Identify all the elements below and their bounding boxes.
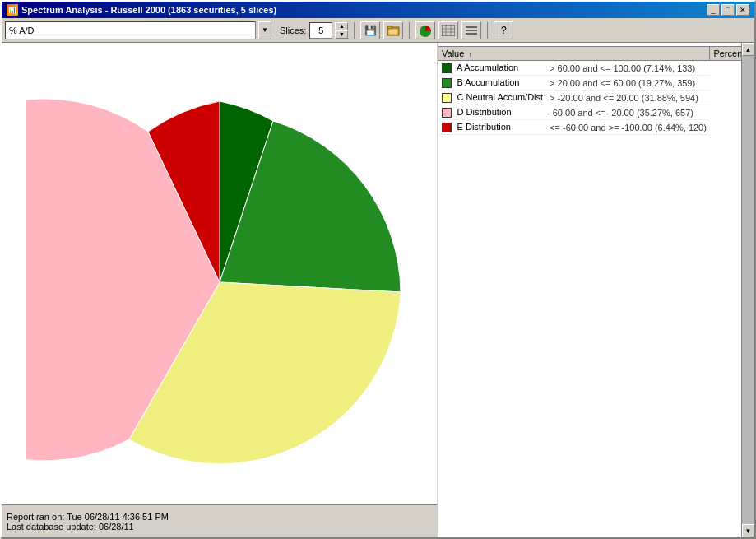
legend-table: Value ↑ Percent A Accumulation > 60.00 a… xyxy=(438,46,749,135)
scroll-down-button[interactable]: ▼ xyxy=(742,524,754,537)
sort-icon[interactable]: ↑ xyxy=(468,50,472,58)
scroll-track[interactable] xyxy=(742,56,754,524)
title-buttons: _ □ ✕ xyxy=(707,4,749,16)
dropdown-arrow[interactable]: ▼ xyxy=(258,21,271,39)
legend-color-cell: D Distribution xyxy=(438,105,547,120)
legend-row: B Accumulation > 20.00 and <= 60.00 (19.… xyxy=(438,76,749,91)
legend-color-box xyxy=(442,78,452,88)
status-line2: Last database update: 06/28/11 xyxy=(7,522,432,532)
pie-chart-container xyxy=(18,56,421,492)
scroll-up-button[interactable]: ▲ xyxy=(742,43,754,56)
legend-color-cell: C Neutral Accum/Dist xyxy=(438,91,547,105)
legend-row: D Distribution -60.00 and <= -20.00 (35.… xyxy=(438,105,749,120)
pie-chart-button[interactable] xyxy=(415,21,435,39)
dropdown-value: % A/D xyxy=(9,26,35,35)
right-panel: Value ↑ Percent A Accumulation > 60.00 a… xyxy=(437,43,741,537)
toolbar-separator-3 xyxy=(487,22,488,39)
legend-color-cell: A Accumulation xyxy=(438,61,547,76)
legend-color-box xyxy=(442,123,452,132)
svg-rect-2 xyxy=(388,29,398,35)
status-line1: Report ran on: Tue 06/28/11 4:36:51 PM xyxy=(7,512,432,522)
spin-up-button[interactable]: ▲ xyxy=(335,22,348,30)
spin-down-button[interactable]: ▼ xyxy=(335,30,348,39)
legend-label: E Distribution xyxy=(457,122,511,132)
slices-input[interactable]: 5 xyxy=(309,22,332,39)
metric-dropdown[interactable]: % A/D xyxy=(5,21,256,39)
maximize-button[interactable]: □ xyxy=(721,4,735,16)
legend-label: D Distribution xyxy=(457,107,512,117)
legend-label: A Accumulation xyxy=(457,63,518,72)
legend-range: -60.00 and <= -20.00 (35.27%, 657) xyxy=(546,105,710,120)
legend-row: C Neutral Accum/Dist > -20.00 and <= 20.… xyxy=(438,91,749,105)
legend-color-box xyxy=(442,93,452,103)
title-bar: 📊 Spectrum Analysis - Russell 2000 (1863… xyxy=(2,2,754,18)
main-window: 📊 Spectrum Analysis - Russell 2000 (1863… xyxy=(0,0,756,539)
svg-rect-1 xyxy=(387,26,392,29)
window-title: Spectrum Analysis - Russell 2000 (1863 s… xyxy=(21,5,276,15)
help-button[interactable]: ? xyxy=(494,21,513,39)
open-button[interactable] xyxy=(383,21,403,39)
close-button[interactable]: ✕ xyxy=(736,4,749,16)
grid-button[interactable] xyxy=(438,21,458,39)
legend-color-box xyxy=(442,108,452,118)
col-value[interactable]: Value ↑ xyxy=(438,47,710,61)
title-bar-left: 📊 Spectrum Analysis - Russell 2000 (1863… xyxy=(7,4,276,16)
legend-row: E Distribution <= -60.00 and >= -100.00 … xyxy=(438,120,749,135)
toolbar: % A/D ▼ Slices: 5 ▲ ▼ 💾 xyxy=(2,18,754,43)
main-content: Report ran on: Tue 06/28/11 4:36:51 PM L… xyxy=(2,43,437,537)
toolbar-separator-2 xyxy=(409,22,410,39)
legend-label: B Accumulation xyxy=(457,77,520,87)
legend-range: > 20.00 and <= 60.00 (19.27%, 359) xyxy=(546,76,710,91)
legend-row: A Accumulation > 60.00 and <= 100.00 (7.… xyxy=(438,61,749,76)
slices-spinner: ▲ ▼ xyxy=(335,22,348,39)
pie-chart xyxy=(26,68,413,480)
legend-color-cell: B Accumulation xyxy=(438,76,547,91)
legend-label: C Neutral Accum/Dist xyxy=(457,92,544,102)
status-bar: Report ran on: Tue 06/28/11 4:36:51 PM L… xyxy=(2,504,437,537)
minimize-button[interactable]: _ xyxy=(707,4,720,16)
svg-rect-4 xyxy=(442,25,455,36)
legend-range: <= -60.00 and >= -100.00 (6.44%, 120) xyxy=(546,120,710,135)
toolbar-separator-1 xyxy=(354,22,355,39)
vertical-scrollbar: ▲ ▼ xyxy=(741,43,754,537)
legend-range: > 60.00 and <= 100.00 (7.14%, 133) xyxy=(546,61,710,76)
legend-color-cell: E Distribution xyxy=(438,120,547,135)
lines-button[interactable] xyxy=(461,21,481,39)
slices-label: Slices: xyxy=(280,26,306,35)
save-button[interactable]: 💾 xyxy=(360,21,380,39)
legend-range: > -20.00 and <= 20.00 (31.88%, 594) xyxy=(546,91,710,105)
app-icon: 📊 xyxy=(7,4,18,16)
chart-area xyxy=(2,43,437,504)
content-area: Report ran on: Tue 06/28/11 4:36:51 PM L… xyxy=(2,43,754,537)
legend-color-box xyxy=(442,63,452,73)
